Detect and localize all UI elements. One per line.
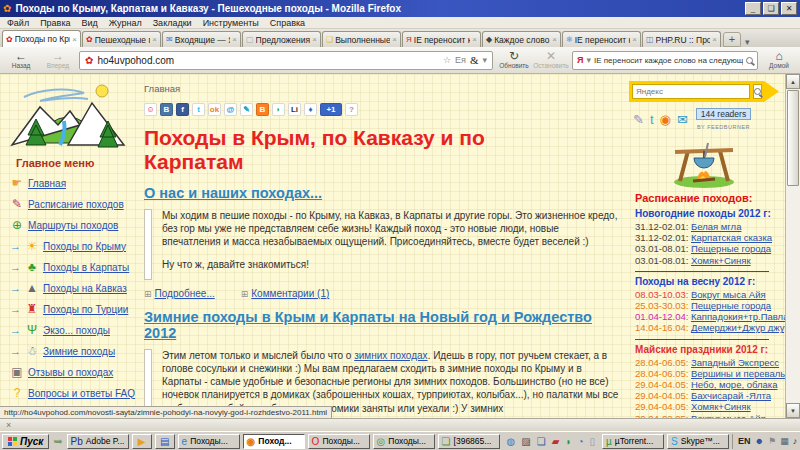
- new-tab-button[interactable]: +: [723, 32, 741, 47]
- opera-task-button[interactable]: OПоходы...: [308, 434, 370, 449]
- magnifier-icon[interactable]: [746, 57, 753, 64]
- gplus-icon[interactable]: +1: [320, 103, 342, 116]
- sidebar-item[interactable]: ?Вопросы и ответы FAQ: [10, 386, 130, 400]
- tab[interactable]: ✿Походы по Крыму...×: [2, 30, 81, 47]
- sidebar-item[interactable]: ✎Расписание походов: [10, 197, 130, 211]
- tab-close-icon[interactable]: ×: [552, 35, 557, 44]
- schedule-hike-link[interactable]: Бахчисарай -Ялта: [691, 390, 771, 401]
- yandex-search-input[interactable]: [632, 84, 750, 99]
- tab-close-icon[interactable]: ×: [232, 35, 237, 44]
- media-task-button[interactable]: ▶: [132, 434, 152, 449]
- sidebar-item[interactable]: →▲Походы на Кавказ: [10, 281, 130, 295]
- schedule-hike-link[interactable]: Карпатская сказка: [691, 232, 772, 243]
- schedule-hike-link[interactable]: Пещерные города: [691, 300, 771, 311]
- vertical-scrollbar[interactable]: ▲ ▼: [785, 74, 800, 418]
- schedule-hike-link[interactable]: Хомяк+Синяк: [691, 401, 751, 412]
- livejournal-icon[interactable]: ✎: [240, 103, 253, 116]
- schedule-hike-link[interactable]: Пещерные города: [691, 243, 771, 254]
- article2-title-link[interactable]: Зимние походы в Крым и Карпаты на Новый …: [144, 309, 592, 341]
- translate-icon[interactable]: Ея: [455, 55, 466, 65]
- sidebar-item[interactable]: ☛Главная: [10, 176, 130, 190]
- tab[interactable]: ◫PHP.RU :: Просмот...×: [642, 31, 721, 47]
- schedule-hike-link[interactable]: Западный Экспресс: [691, 357, 779, 368]
- tab[interactable]: ✿Пешеходные похо...×: [82, 31, 161, 47]
- tab-close-icon[interactable]: ×: [632, 35, 637, 44]
- sidebar-item-label[interactable]: Вопросы и ответы FAQ: [28, 388, 135, 399]
- home-button[interactable]: ⌂ Домой: [763, 50, 795, 70]
- scrollbar-thumb[interactable]: [787, 90, 799, 186]
- tab-close-icon[interactable]: ×: [72, 35, 77, 44]
- search-engine-dropdown-icon[interactable]: ▾: [586, 55, 591, 65]
- flag-tray-icon[interactable]: ⚑: [768, 436, 776, 446]
- pencil-icon[interactable]: ✎: [633, 112, 644, 127]
- findbar-close-icon[interactable]: ×: [6, 420, 11, 430]
- close-button[interactable]: ✕: [781, 2, 797, 15]
- flag-tile-icon[interactable]: ▰: [552, 436, 560, 447]
- menubar-item[interactable]: Инструменты: [203, 18, 259, 28]
- yandex-search-button[interactable]: [753, 84, 762, 99]
- adobe-task-button[interactable]: PbAdobe P...: [67, 434, 129, 449]
- photos-icon[interactable]: ▨: [521, 436, 530, 447]
- tab-close-icon[interactable]: ×: [152, 35, 157, 44]
- qip-icon[interactable]: ◗: [565, 436, 571, 447]
- odnoklassniki-icon[interactable]: ok: [208, 103, 221, 116]
- sidebar-item[interactable]: →☃Зимние походы: [10, 344, 130, 358]
- tab-close-icon[interactable]: ×: [712, 35, 717, 44]
- sidebar-item-label[interactable]: Отзывы о походах: [28, 367, 113, 378]
- sidebar-item[interactable]: →☀Походы по Крыму: [10, 239, 130, 253]
- search-input[interactable]: [594, 56, 743, 65]
- tab-close-icon[interactable]: ×: [472, 35, 477, 44]
- doc-icon[interactable]: ▯: [590, 436, 596, 447]
- twitter-icon[interactable]: t: [192, 103, 205, 116]
- sidebar-item[interactable]: →ΨЭкзо... походы: [10, 323, 130, 337]
- language-indicator[interactable]: EN: [738, 436, 751, 446]
- tab[interactable]: ❏Выполненные зад...×: [322, 31, 401, 47]
- sidebar-item[interactable]: →♣Походы в Карпаты: [10, 260, 130, 274]
- folder2-icon[interactable]: ❏: [537, 436, 546, 447]
- refresh-button[interactable]: ↻ Обновить: [498, 50, 530, 70]
- blogger-icon[interactable]: B: [256, 103, 269, 116]
- scroll-down-icon[interactable]: ▼: [786, 403, 800, 418]
- article1-thumbnail[interactable]: [144, 209, 152, 280]
- search-bar[interactable]: Я ▾: [572, 51, 758, 70]
- moimir-icon[interactable]: @: [224, 103, 237, 116]
- tab[interactable]: ❄IE переносит каж...×: [562, 31, 641, 47]
- forward-button[interactable]: → Вперед: [42, 50, 74, 70]
- schedule-hike-link[interactable]: Демерджи+Джур джур: [691, 322, 785, 333]
- tab-close-icon[interactable]: ×: [392, 35, 397, 44]
- minimize-button[interactable]: _: [745, 2, 761, 15]
- menubar-item[interactable]: Закладки: [153, 18, 192, 28]
- ie-task-button[interactable]: eПоходы...: [178, 434, 240, 449]
- volume-tray-icon[interactable]: ♪: [793, 436, 798, 446]
- read-more-link[interactable]: Подробнее...: [155, 288, 215, 299]
- schedule-hike-link[interactable]: Вершины и перевалы: [691, 368, 785, 379]
- tab[interactable]: ◆Каждое слово на ...×: [482, 31, 561, 47]
- sidebar-item-label[interactable]: Походы в Карпаты: [43, 262, 129, 273]
- menubar-item[interactable]: Правка: [40, 18, 70, 28]
- counter-icon[interactable]: ?: [345, 103, 358, 116]
- sidebar-item[interactable]: ▣Отзывы о походах: [10, 365, 130, 379]
- schedule-hike-link[interactable]: Хомяк+Синяк: [691, 255, 751, 266]
- messenger-icon[interactable]: ◔: [578, 436, 584, 447]
- sidebar-item-label[interactable]: Главная: [28, 178, 66, 189]
- email-icon[interactable]: ✉: [677, 112, 688, 127]
- sidebar-item-label[interactable]: Расписание походов: [28, 199, 124, 210]
- schedule-hike-link[interactable]: Небо, море, облака: [691, 379, 777, 390]
- folder-task-button[interactable]: ❏[396865...: [438, 434, 500, 449]
- sidebar-item-label[interactable]: Экзо... походы: [43, 325, 110, 336]
- back-button[interactable]: ← Назад: [5, 50, 37, 70]
- breadcrumb[interactable]: Главная: [144, 83, 619, 94]
- facebook-icon[interactable]: f: [176, 103, 189, 116]
- schedule-hike-link[interactable]: Каппадокия+тр.Павла: [691, 311, 785, 322]
- schedule-hike-link[interactable]: Вокруг мыса Айя: [691, 289, 766, 300]
- tab-close-icon[interactable]: ×: [312, 35, 317, 44]
- url-bar[interactable]: ✿ ☆ Ея & ▾: [79, 51, 493, 70]
- restore-button[interactable]: ❏: [763, 2, 779, 15]
- sidebar-item-label[interactable]: Походы по Турции: [43, 304, 128, 315]
- sidebar-item-label[interactable]: Маршруты походов: [28, 220, 118, 231]
- url-dropdown-icon[interactable]: ▾: [482, 55, 487, 65]
- tab-overflow-icon[interactable]: ▾: [742, 37, 753, 47]
- menubar-item[interactable]: Файл: [7, 18, 29, 28]
- ampersand-addon-icon[interactable]: &: [470, 54, 479, 66]
- person-icon[interactable]: ☺: [144, 103, 157, 116]
